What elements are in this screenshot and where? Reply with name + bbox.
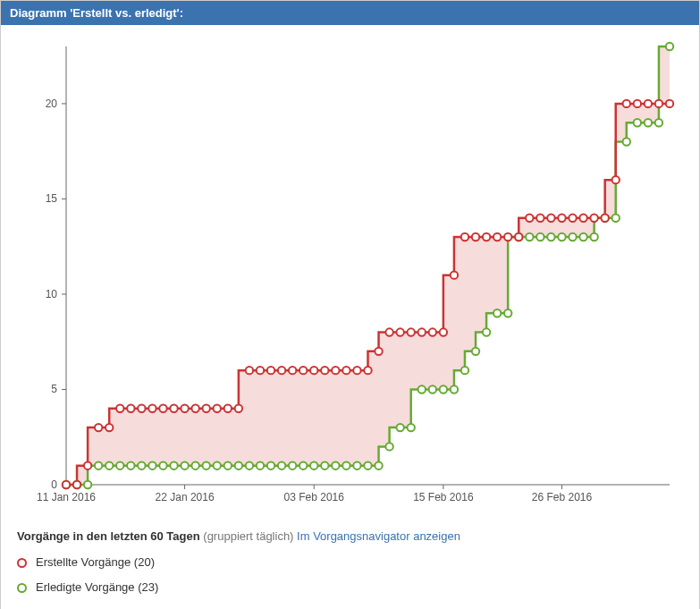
point-created[interactable] bbox=[127, 405, 134, 412]
point-created[interactable] bbox=[634, 100, 641, 107]
point-resolved[interactable] bbox=[202, 461, 209, 469]
point-created[interactable] bbox=[84, 461, 91, 469]
point-resolved[interactable] bbox=[353, 461, 360, 469]
point-resolved[interactable] bbox=[569, 233, 576, 241]
point-resolved[interactable] bbox=[246, 461, 253, 469]
point-resolved[interactable] bbox=[429, 385, 436, 393]
point-resolved[interactable] bbox=[536, 233, 544, 241]
point-resolved[interactable] bbox=[235, 461, 242, 469]
point-created[interactable] bbox=[666, 100, 673, 107]
point-created[interactable] bbox=[461, 233, 468, 241]
point-created[interactable] bbox=[655, 100, 662, 107]
point-created[interactable] bbox=[375, 348, 382, 355]
point-created[interactable] bbox=[623, 100, 630, 107]
point-resolved[interactable] bbox=[418, 385, 426, 393]
point-created[interactable] bbox=[235, 405, 242, 412]
point-resolved[interactable] bbox=[105, 461, 113, 469]
point-created[interactable] bbox=[364, 367, 371, 374]
point-resolved[interactable] bbox=[84, 481, 91, 488]
point-resolved[interactable] bbox=[116, 461, 123, 469]
point-created[interactable] bbox=[418, 328, 426, 335]
point-created[interactable] bbox=[451, 271, 458, 278]
point-created[interactable] bbox=[547, 215, 554, 222]
navigator-link[interactable]: Im Vorgangsnavigator anzeigen bbox=[297, 529, 460, 543]
point-created[interactable] bbox=[342, 367, 350, 374]
point-resolved[interactable] bbox=[396, 424, 403, 431]
point-resolved[interactable] bbox=[127, 461, 134, 469]
point-resolved[interactable] bbox=[547, 233, 554, 241]
point-created[interactable] bbox=[105, 424, 113, 431]
point-created[interactable] bbox=[601, 215, 608, 222]
point-resolved[interactable] bbox=[666, 43, 673, 50]
point-resolved[interactable] bbox=[493, 309, 501, 317]
point-created[interactable] bbox=[63, 481, 70, 488]
point-resolved[interactable] bbox=[170, 461, 177, 469]
point-created[interactable] bbox=[353, 367, 360, 374]
point-resolved[interactable] bbox=[590, 233, 597, 241]
point-created[interactable] bbox=[408, 328, 415, 335]
point-created[interactable] bbox=[483, 233, 490, 241]
point-resolved[interactable] bbox=[342, 461, 350, 469]
point-resolved[interactable] bbox=[472, 348, 479, 355]
point-resolved[interactable] bbox=[526, 233, 533, 241]
point-created[interactable] bbox=[246, 367, 253, 374]
point-created[interactable] bbox=[148, 405, 156, 412]
point-created[interactable] bbox=[95, 424, 102, 431]
point-resolved[interactable] bbox=[321, 461, 328, 469]
point-created[interactable] bbox=[170, 405, 177, 412]
point-resolved[interactable] bbox=[95, 461, 102, 469]
point-created[interactable] bbox=[558, 215, 565, 222]
point-created[interactable] bbox=[214, 405, 221, 412]
point-created[interactable] bbox=[612, 176, 620, 183]
point-created[interactable] bbox=[159, 405, 166, 412]
point-resolved[interactable] bbox=[289, 461, 296, 469]
point-resolved[interactable] bbox=[159, 461, 166, 469]
point-resolved[interactable] bbox=[655, 119, 662, 126]
point-resolved[interactable] bbox=[634, 119, 641, 126]
point-resolved[interactable] bbox=[504, 309, 511, 317]
point-created[interactable] bbox=[202, 405, 209, 412]
point-created[interactable] bbox=[257, 367, 264, 374]
point-resolved[interactable] bbox=[579, 233, 586, 241]
point-resolved[interactable] bbox=[267, 461, 274, 469]
point-created[interactable] bbox=[138, 405, 145, 412]
point-resolved[interactable] bbox=[483, 328, 490, 335]
point-created[interactable] bbox=[504, 233, 511, 241]
point-created[interactable] bbox=[332, 367, 339, 374]
point-resolved[interactable] bbox=[278, 461, 285, 469]
point-resolved[interactable] bbox=[451, 385, 458, 393]
point-created[interactable] bbox=[116, 405, 123, 412]
point-resolved[interactable] bbox=[612, 215, 620, 222]
point-created[interactable] bbox=[515, 233, 522, 241]
point-resolved[interactable] bbox=[375, 461, 382, 469]
point-resolved[interactable] bbox=[299, 461, 307, 469]
point-created[interactable] bbox=[493, 233, 501, 241]
point-created[interactable] bbox=[472, 233, 479, 241]
point-created[interactable] bbox=[440, 328, 447, 335]
point-created[interactable] bbox=[526, 215, 533, 222]
point-created[interactable] bbox=[569, 215, 576, 222]
point-created[interactable] bbox=[278, 367, 285, 374]
point-created[interactable] bbox=[289, 367, 296, 374]
point-created[interactable] bbox=[73, 481, 80, 488]
point-resolved[interactable] bbox=[148, 461, 156, 469]
point-resolved[interactable] bbox=[623, 138, 630, 145]
point-resolved[interactable] bbox=[257, 461, 264, 469]
point-resolved[interactable] bbox=[138, 461, 145, 469]
point-resolved[interactable] bbox=[645, 119, 652, 126]
point-created[interactable] bbox=[396, 328, 403, 335]
point-resolved[interactable] bbox=[310, 461, 317, 469]
point-created[interactable] bbox=[267, 367, 274, 374]
point-created[interactable] bbox=[181, 405, 188, 412]
point-created[interactable] bbox=[191, 405, 198, 412]
point-resolved[interactable] bbox=[558, 233, 565, 241]
point-created[interactable] bbox=[536, 215, 544, 222]
point-resolved[interactable] bbox=[224, 461, 232, 469]
point-resolved[interactable] bbox=[440, 385, 447, 393]
point-resolved[interactable] bbox=[332, 461, 339, 469]
point-created[interactable] bbox=[385, 328, 392, 335]
point-resolved[interactable] bbox=[461, 367, 468, 374]
point-created[interactable] bbox=[310, 367, 317, 374]
point-created[interactable] bbox=[321, 367, 328, 374]
point-resolved[interactable] bbox=[385, 443, 392, 450]
